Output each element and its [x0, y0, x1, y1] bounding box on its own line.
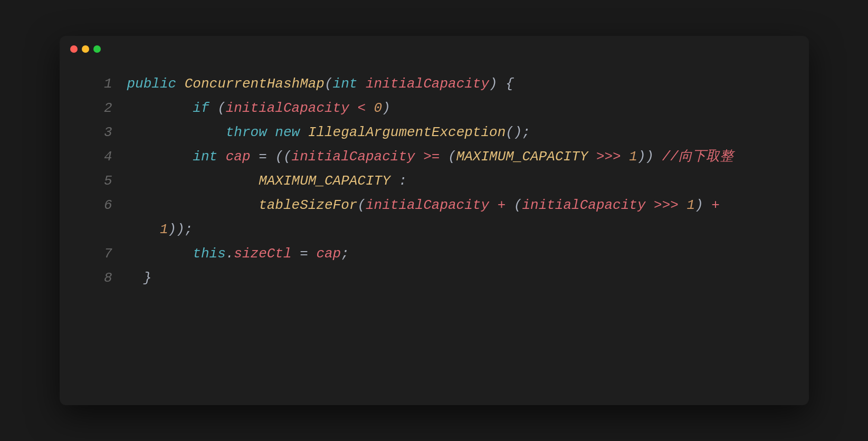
code-line-2: 2 if (initialCapacity < 0): [91, 97, 777, 121]
code-line-6: 6 tableSizeFor(initialCapacity + (initia…: [91, 194, 777, 218]
code-area: 1 public ConcurrentHashMap(int initialCa…: [60, 62, 809, 302]
line-number-3: 3: [91, 121, 112, 144]
maximize-button[interactable]: [93, 45, 101, 53]
code-line-4: 4 int cap = ((initialCapacity >= (MAXIMU…: [91, 146, 777, 170]
code-content-7: this.sizeCtl = cap;: [127, 243, 777, 265]
code-content-6b: 1));: [127, 218, 777, 241]
code-editor-window: 1 public ConcurrentHashMap(int initialCa…: [60, 36, 809, 405]
code-line-5: 5 MAXIMUM_CAPACITY :: [91, 170, 777, 194]
code-content-6: tableSizeFor(initialCapacity + (initialC…: [127, 194, 777, 217]
line-number-7: 7: [91, 243, 112, 265]
minimize-button[interactable]: [82, 45, 89, 53]
close-button[interactable]: [70, 45, 78, 53]
code-content-4: int cap = ((initialCapacity >= (MAXIMUM_…: [127, 146, 777, 168]
line-number-8: 8: [91, 267, 112, 290]
line-number-6: 6: [91, 194, 112, 217]
line-number-5: 5: [91, 170, 112, 193]
line-number-4: 4: [91, 146, 112, 168]
code-content-2: if (initialCapacity < 0): [127, 97, 777, 120]
code-content-5: MAXIMUM_CAPACITY :: [127, 170, 777, 193]
code-content-8: }: [127, 267, 777, 290]
line-number-1: 1: [91, 73, 112, 95]
line-number-6b: 6: [91, 218, 112, 241]
titlebar: [60, 36, 809, 62]
code-content-1: public ConcurrentHashMap(int initialCapa…: [127, 73, 777, 95]
line-number-2: 2: [91, 97, 112, 120]
code-line-6b: 6 1));: [91, 218, 777, 243]
code-content-3: throw new IllegalArgumentException();: [127, 121, 777, 144]
code-line-7: 7 this.sizeCtl = cap;: [91, 243, 777, 267]
code-line-1: 1 public ConcurrentHashMap(int initialCa…: [91, 73, 777, 97]
code-line-8: 8 }: [91, 267, 777, 291]
code-line-3: 3 throw new IllegalArgumentException();: [91, 121, 777, 146]
